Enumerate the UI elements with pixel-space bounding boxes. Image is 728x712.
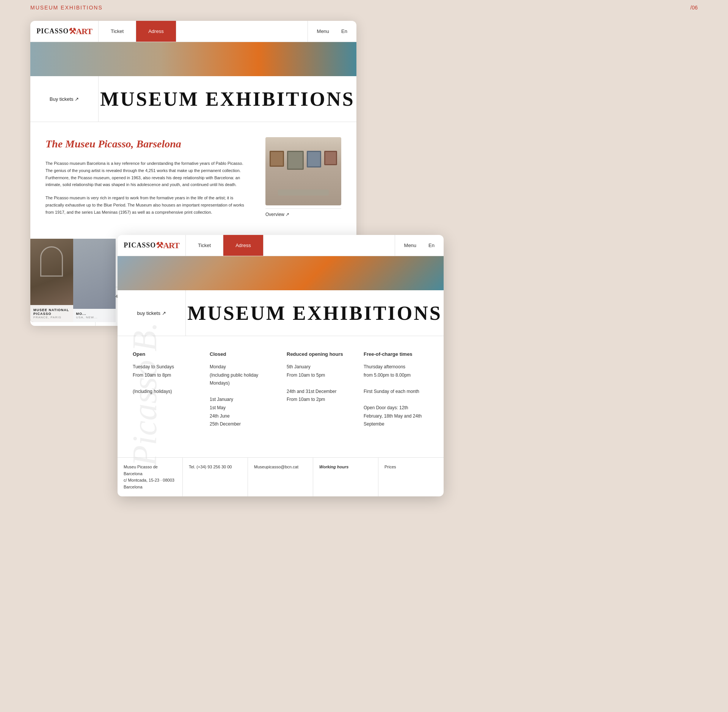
front-logo[interactable]: PICASSO ⚒ART xyxy=(118,235,186,256)
front-footer-working-hours[interactable]: Working hours xyxy=(313,458,378,496)
gallery-image-2: MO... USA, NEW... xyxy=(73,239,116,322)
gallery-card-2-name: MO... xyxy=(76,312,113,316)
back-museum-desc1: The Picasso museum Barcelona is a key re… xyxy=(46,160,250,188)
back-nav-menu[interactable]: Menu xyxy=(317,28,329,34)
back-nav-lang[interactable]: En xyxy=(341,28,347,34)
hours-free-content: Thursday afternoonsfrom 5.00pm to 8.00pm… xyxy=(364,363,428,429)
window-front: PICASSO ⚒ART Ticket Adress Menu En buy t… xyxy=(118,235,444,496)
top-bar: MUSEUM EXHIBITIONS /06 xyxy=(0,0,728,15)
back-header-title-area: MUSEUM EXHIBITIONS xyxy=(99,76,356,122)
front-nav-menu[interactable]: Menu xyxy=(404,243,417,248)
gallery-image-1: MUSEE NATIONAL PICASSO FRANCE, PARIS xyxy=(30,239,73,322)
back-content-right: Overview ↗ xyxy=(265,137,341,251)
back-overview-link[interactable]: Overview ↗ xyxy=(265,208,341,220)
back-museum-desc2: The Picasso museum is very rich in regar… xyxy=(46,194,250,216)
hours-closed-content: Monday(Including public holiday Mondays)… xyxy=(210,363,275,429)
back-content-left: The Museu Picasso, Barselona The Picasso… xyxy=(46,137,250,251)
top-bar-section-label: MUSEUM EXHIBITIONS xyxy=(30,5,103,11)
front-hours-section: Open Tuesday to SundaysFrom 10am to 8pm(… xyxy=(118,336,444,457)
hours-free-title: Free-of-charge times xyxy=(364,351,428,357)
back-nav-adress[interactable]: Adress xyxy=(136,21,176,42)
front-buy-tickets-button[interactable]: buy tickets ↗ xyxy=(137,310,166,316)
back-logo-art: ⚒ART xyxy=(69,27,92,36)
front-nav-links: Ticket Adress xyxy=(186,235,395,256)
back-museum-photo xyxy=(265,137,341,205)
top-bar-page-number: /06 xyxy=(690,5,698,11)
back-hero-image xyxy=(30,42,356,76)
front-footer-address: Museu Picasso de Barcelonac/ Montcada, 1… xyxy=(118,458,183,496)
back-main-title: MUSEUM EXHIBITIONS xyxy=(100,88,355,110)
gallery-card-1-location: FRANCE, PARIS xyxy=(33,316,70,319)
front-nav-bar: PICASSO ⚒ART Ticket Adress Menu En xyxy=(118,235,444,256)
front-nav-ticket[interactable]: Ticket xyxy=(186,235,223,256)
back-nav-links: Ticket Adress xyxy=(99,21,308,42)
front-footer-email[interactable]: Museupicasso@bcn.cat xyxy=(248,458,313,496)
back-nav-ticket[interactable]: Ticket xyxy=(99,21,136,42)
gallery-images-container: MUSEE NATIONAL PICASSO FRANCE, PARIS MO.… xyxy=(30,239,116,322)
front-hero-image xyxy=(118,256,444,290)
back-logo-text: PICASSO xyxy=(36,27,69,35)
back-buy-tickets-button[interactable]: Buy tickets ↗ xyxy=(50,96,79,102)
back-museum-name: The Museu Picasso, Barselona xyxy=(46,137,250,151)
front-header-title-area: MUSEUM EXHIBITIONS xyxy=(186,290,444,336)
gallery-card-2-location: USA, NEW... xyxy=(76,316,113,319)
back-header-section: Buy tickets ↗ MUSEUM EXHIBITIONS xyxy=(30,76,356,122)
back-nav-right: Menu En xyxy=(308,21,356,42)
hours-free-col: Free-of-charge times Thursday afternoons… xyxy=(364,351,428,442)
front-footer-phone[interactable]: Tel. (+34) 93 256 30 00 xyxy=(183,458,248,496)
back-museum-photo-inner xyxy=(265,137,341,205)
front-header-section: buy tickets ↗ MUSEUM EXHIBITIONS xyxy=(118,290,444,336)
hours-reduced-col: Reduced opening hours 5th JanuaryFrom 10… xyxy=(287,351,351,442)
gallery-card-1-name: MUSEE NATIONAL PICASSO xyxy=(33,308,70,316)
picasso-watermark: Picasso B. xyxy=(125,322,164,466)
back-logo[interactable]: PICASSO ⚒ART xyxy=(30,21,99,42)
front-main-title: MUSEUM EXHIBITIONS xyxy=(187,302,442,324)
back-header-left: Buy tickets ↗ xyxy=(30,76,99,122)
front-footer-prices[interactable]: Prices xyxy=(378,458,444,496)
front-nav-lang[interactable]: En xyxy=(428,243,435,248)
front-logo-art: ⚒ART xyxy=(156,241,179,250)
front-footer-bar: Museu Picasso de Barcelonac/ Montcada, 1… xyxy=(118,457,444,496)
hours-reduced-content: 5th JanuaryFrom 10am to 5pm24th and 31st… xyxy=(287,363,351,404)
front-nav-right: Menu En xyxy=(395,235,444,256)
front-nav-adress[interactable]: Adress xyxy=(223,235,263,256)
hours-reduced-title: Reduced opening hours xyxy=(287,351,351,357)
hours-closed-col: Closed Monday(Including public holiday M… xyxy=(210,351,275,442)
front-logo-text: PICASSO xyxy=(124,241,156,249)
hours-closed-title: Closed xyxy=(210,351,275,357)
back-nav-bar: PICASSO ⚒ART Ticket Adress Menu En xyxy=(30,21,356,42)
front-footer-address-text: Museu Picasso de Barcelonac/ Montcada, 1… xyxy=(124,465,174,489)
